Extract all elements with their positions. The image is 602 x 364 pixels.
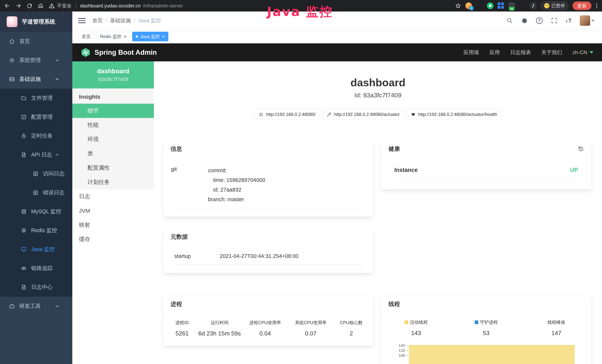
sidebar-item-system-management[interactable]: 系统管理 <box>0 51 72 70</box>
update-button[interactable]: 更新 <box>572 1 591 10</box>
extension-icon-2[interactable] <box>476 2 483 9</box>
extension-icon-7[interactable] <box>530 2 537 9</box>
tab-home[interactable]: 首页 <box>78 32 94 41</box>
fullscreen-icon[interactable] <box>551 17 558 24</box>
sba-nav-applications[interactable]: 应用 <box>489 49 500 56</box>
sidebar-item-redis-monitor[interactable]: Redis 监控 <box>0 221 72 240</box>
sba-header: Spring Boot Admin 应用墙 应用 日志报表 关于我们 zh-CN <box>72 43 602 61</box>
history-icon[interactable] <box>578 146 584 152</box>
breadcrumb-infrastructure[interactable]: 基础设施 <box>110 17 138 24</box>
sidebar-item-dev-tools[interactable]: 研发工具 <box>0 297 72 316</box>
home-nav-icon[interactable] <box>37 3 44 9</box>
process-card-body: 进程ID 5261 运行时间 6d 23h 15m 59s <box>163 313 373 346</box>
service-url-label: http://192.168.0.2:48080/ <box>266 112 316 117</box>
forward-icon[interactable] <box>15 3 22 9</box>
security-label[interactable]: 不安全 <box>57 3 72 9</box>
tags-view: 首页 Redis 监控 Java 监控 <box>72 30 602 43</box>
metadata-card-body: startup 2021-04-27T00:44:31.254+08:00 <box>163 246 373 273</box>
status-badge: UP <box>570 167 578 173</box>
sba-nav-wallboard[interactable]: 应用墙 <box>463 49 479 56</box>
sba-menu-details[interactable]: 细节 <box>72 104 154 118</box>
sba-menu-caches[interactable]: 缓存 <box>72 232 154 246</box>
sidebar-item-api-logs[interactable]: API 日志 <box>0 145 72 164</box>
tab-java-monitor[interactable]: Java 监控 <box>132 32 168 41</box>
bookmark-star-icon[interactable] <box>455 3 461 9</box>
git-commit-line: commit: <box>208 166 265 175</box>
locale-selector[interactable]: zh-CN <box>572 50 593 55</box>
log-center-icon <box>21 284 27 290</box>
cards-col-left: 信息 git commit: time: 1596289704000 <box>163 140 373 273</box>
extension-icon-4[interactable] <box>498 2 504 9</box>
sidebar-item-error-logs[interactable]: 错误日志 <box>0 183 72 202</box>
info-card-body: git commit: time: 1596289704000 id: 27aa… <box>163 158 373 217</box>
app-logo[interactable]: 芋道管理系统 <box>0 11 72 32</box>
breadcrumb-home[interactable]: 首页 <box>92 17 110 24</box>
address-divider <box>76 3 76 9</box>
wrench-icon <box>327 112 332 117</box>
sba-menu-metrics[interactable]: 性能 <box>72 118 154 132</box>
error-log-icon <box>33 190 39 196</box>
extension-icon-6[interactable] <box>519 2 526 9</box>
sidebar-item-scheduled-jobs[interactable]: 定时任务 <box>0 127 72 145</box>
extension-icon-3[interactable] <box>487 2 494 9</box>
reload-icon[interactable] <box>26 3 33 9</box>
search-icon[interactable] <box>506 17 513 24</box>
instance-id: 93a3fc7f7409 <box>98 76 128 82</box>
tab-redis-monitor[interactable]: Redis 监控 <box>97 32 130 41</box>
sba-brand[interactable]: Spring Boot Admin <box>81 48 157 57</box>
help-icon[interactable] <box>536 17 543 24</box>
instance-header[interactable]: dashboard 93a3fc7f7409 <box>72 61 154 88</box>
sba-menu-mappings[interactable]: 映射 <box>72 218 154 232</box>
insights-group-label: Insights <box>72 88 154 104</box>
sidebar-item-config-management[interactable]: 配置管理 <box>0 107 72 127</box>
chevron-down-icon <box>54 303 60 309</box>
sidebar-item-mysql-monitor[interactable]: MySQL 监控 <box>0 202 72 221</box>
extension-icon-1[interactable]: 1 <box>465 2 472 9</box>
timer-icon <box>21 133 27 139</box>
sidebar-item-access-logs[interactable]: 访问日志 <box>0 164 72 183</box>
font-size-icon[interactable] <box>566 18 572 23</box>
sba-menu-scheduled-tasks[interactable]: 计划任务 <box>72 175 154 189</box>
close-tab-icon[interactable] <box>162 34 165 39</box>
metadata-card-title: 元数据 <box>163 228 373 246</box>
github-icon[interactable] <box>521 17 528 24</box>
sba-nav-about[interactable]: 关于我们 <box>541 49 562 56</box>
sba-menu-classes[interactable]: 类 <box>72 147 154 161</box>
sba-menu-loggers[interactable]: 日志 <box>72 189 154 203</box>
app-title: 芋道管理系统 <box>22 18 55 26</box>
info-row-label: git <box>171 166 208 204</box>
sidebar-item-log-center[interactable]: 日志中心 <box>0 278 72 297</box>
sba-menu-jvm[interactable]: JVM <box>72 203 154 218</box>
service-url-link[interactable]: http://192.168.0.2:48080/ <box>254 109 320 120</box>
sidebar-item-file-management[interactable]: 文件管理 <box>0 89 72 107</box>
hamburger-icon[interactable] <box>78 18 86 23</box>
folder-icon <box>21 95 27 101</box>
user-menu[interactable] <box>580 15 595 26</box>
process-pid-cell: 进程ID 5261 <box>167 320 197 337</box>
logo-avatar <box>7 16 17 27</box>
sidebar-menu: 首页 系统管理 基础设施 文件管理 配置管理 <box>0 32 72 364</box>
extension-icon-5[interactable]: on <box>508 2 515 9</box>
paused-badge[interactable]: 已暂停 <box>541 1 569 10</box>
sidebar-item-infrastructure[interactable]: 基础设施 <box>0 70 72 89</box>
sba-nav-journal[interactable]: 日志报表 <box>510 49 531 56</box>
back-icon[interactable] <box>4 3 10 9</box>
actuator-url-link[interactable]: http://192.168.0.2:48080/actuator <box>322 109 404 120</box>
sidebar-item-java-monitor[interactable]: Java 监控 <box>0 240 72 259</box>
briefcase-icon <box>9 303 15 309</box>
app-frame: 芋道管理系统 首页 系统管理 基础设施 <box>0 11 602 364</box>
sba-menu-environment[interactable]: 环境 <box>72 132 154 147</box>
cards-row-2: 进程 进程ID 5261 运行时间 <box>163 295 591 364</box>
sba-menu-config-props[interactable]: 配置属性 <box>72 161 154 175</box>
health-url-link[interactable]: http://192.168.0.2:48080/actuator/health <box>406 109 502 120</box>
active-tab-dot <box>136 35 138 38</box>
screen: Java 监控 不安全 dashboard.yudao.iocoder.cn/i… <box>0 0 602 364</box>
sidebar-item-link-tracing[interactable]: 链路追踪 <box>0 259 72 278</box>
browser-menu-dots-icon[interactable] <box>595 3 598 8</box>
annotation-java-monitor: Java 监控 <box>267 3 333 20</box>
close-tab-icon[interactable] <box>124 34 127 39</box>
heart-icon <box>411 112 416 117</box>
legend-swatch-live <box>405 321 408 324</box>
address-bar[interactable]: 不安全 dashboard.yudao.iocoder.cn/infra/adm… <box>49 3 183 9</box>
sidebar-item-home[interactable]: 首页 <box>0 32 72 51</box>
